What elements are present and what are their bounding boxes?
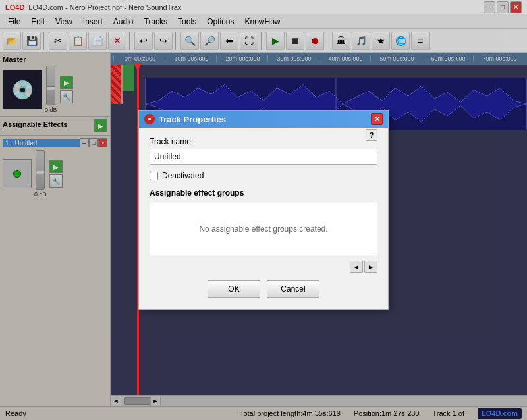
- ok-button[interactable]: OK: [208, 280, 260, 298]
- effects-scroll-left[interactable]: ◄: [350, 261, 363, 273]
- modal-overlay: ● Track Properties ✕ ? Track name: Deact…: [0, 0, 527, 420]
- dialog-title: Track Properties: [159, 115, 226, 124]
- deactivated-checkbox[interactable]: [150, 172, 158, 180]
- dialog-buttons: OK Cancel: [150, 280, 377, 300]
- effects-heading: Assignable effect groups: [150, 188, 377, 197]
- track-name-input[interactable]: [150, 149, 377, 165]
- effect-groups-area: No assignable effect groups created.: [150, 203, 377, 255]
- dialog-titlebar-left: ● Track Properties: [144, 114, 226, 124]
- deactivated-label: Deactivated: [162, 171, 204, 180]
- dialog-close-button[interactable]: ✕: [371, 113, 383, 125]
- track-properties-dialog: ● Track Properties ✕ ? Track name: Deact…: [138, 110, 389, 310]
- dialog-help-button[interactable]: ?: [366, 129, 377, 141]
- effects-scroll-right[interactable]: ►: [364, 261, 377, 273]
- track-name-label: Track name:: [150, 137, 377, 146]
- cancel-button[interactable]: Cancel: [267, 280, 319, 298]
- scroll-buttons: ◄ ►: [150, 261, 377, 273]
- dialog-body: Track name: Deactivated Assignable effec…: [139, 128, 388, 309]
- dialog-title-icon: ●: [144, 114, 155, 124]
- dialog-titlebar: ● Track Properties ✕: [139, 111, 388, 128]
- no-effects-text: No assignable effect groups created.: [199, 224, 327, 234]
- deactivated-row: Deactivated: [150, 171, 377, 180]
